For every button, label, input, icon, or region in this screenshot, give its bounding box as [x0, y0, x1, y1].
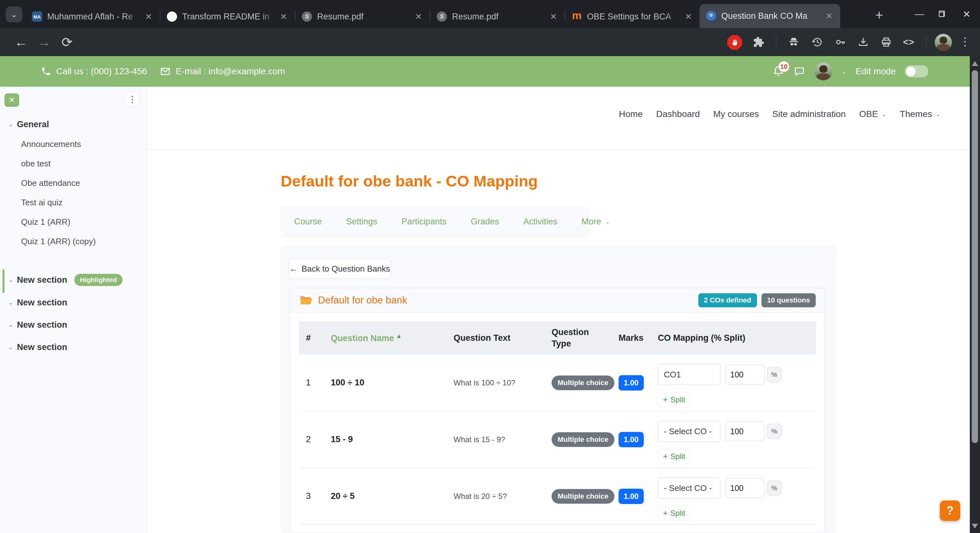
tab-more[interactable]: More [582, 217, 601, 227]
sidebar-section-new-3[interactable]: ⌄ New section [0, 336, 147, 358]
close-icon[interactable]: ✕ [548, 11, 559, 22]
browser-tab[interactable]: Transform README in ✕ [161, 5, 295, 28]
split-button[interactable]: +Split [658, 449, 690, 464]
new-tab-button[interactable]: + [872, 8, 887, 23]
sidebar-item-obe-test[interactable]: obe test [0, 154, 147, 173]
print-icon[interactable] [879, 35, 893, 49]
close-icon[interactable]: ✕ [413, 11, 424, 22]
extensions-puzzle-icon[interactable] [752, 35, 765, 49]
co-select-dropdown[interactable]: - Select CO - [658, 477, 720, 498]
marks-badge: 1.00 [619, 489, 644, 504]
percent-input[interactable] [725, 478, 764, 498]
tab-grades[interactable]: Grades [471, 217, 499, 227]
notifications-bell-icon[interactable]: 10 [772, 65, 784, 78]
user-menu-chevron-icon[interactable]: ⌄ [841, 68, 846, 75]
messages-chat-icon[interactable] [793, 65, 805, 78]
close-icon[interactable]: ✕ [278, 11, 289, 22]
window-close-button[interactable]: ✕ [960, 9, 973, 20]
nav-site-administration[interactable]: Site administration [772, 109, 846, 119]
tab-course[interactable]: Course [294, 217, 322, 227]
bank-title: Default for obe bank [318, 295, 407, 306]
close-icon[interactable]: ✕ [143, 11, 154, 22]
nav-themes-menu[interactable]: Themes [900, 109, 932, 119]
browser-tab-active[interactable]: Question Bank CO Ma ✕ [700, 4, 840, 28]
chevron-down-icon[interactable]: ⌄ [8, 321, 13, 328]
sidebar-item-announcements[interactable]: Announcements [0, 135, 147, 154]
split-button[interactable]: +Split [658, 392, 690, 407]
tab-search-button[interactable]: ⌄ [6, 6, 22, 22]
chevron-down-icon[interactable]: ⌄ [8, 299, 13, 306]
percent-input[interactable] [725, 422, 764, 441]
browser-profile-avatar[interactable] [935, 34, 952, 51]
browser-tab[interactable]: MA Muhammed Aflah - Re ✕ [25, 5, 160, 28]
back-button[interactable]: ← [13, 34, 29, 50]
sort-asc-icon: ▲ [396, 333, 402, 339]
downloads-icon[interactable] [856, 35, 870, 49]
toolbar-divider [776, 36, 776, 48]
close-drawer-button[interactable]: ✕ [5, 94, 19, 107]
browser-window: ⌄ MA Muhammed Aflah - Re ✕ Transform REA… [0, 0, 980, 533]
dev-code-icon[interactable]: <> [902, 35, 916, 49]
edit-mode-toggle[interactable] [905, 65, 928, 78]
close-icon[interactable]: ✕ [824, 11, 835, 21]
chevron-down-icon[interactable]: ⌄ [8, 276, 13, 283]
adblock-extension-icon[interactable] [727, 35, 742, 50]
nav-dashboard[interactable]: Dashboard [656, 109, 700, 119]
row-number: 1 [299, 378, 331, 388]
page-scrollbar[interactable] [970, 56, 980, 533]
drawer-kebab-menu[interactable]: ⋮ [125, 92, 140, 106]
passwords-key-icon[interactable] [833, 35, 847, 49]
close-icon[interactable]: ✕ [683, 11, 694, 22]
window-minimize-button[interactable]: — [913, 9, 926, 19]
tab-strip: ⌄ MA Muhammed Aflah - Re ✕ Transform REA… [0, 0, 980, 28]
pdf-viewer-icon: S [302, 11, 312, 22]
browser-tab[interactable]: m OBE Settings for BCA ✕ [565, 5, 700, 28]
sidebar-item-quiz1[interactable]: Quiz 1 (ARR) [0, 212, 147, 232]
split-button[interactable]: +Split [658, 506, 690, 520]
tab-participants[interactable]: Participants [402, 217, 447, 227]
help-button[interactable]: ? [940, 500, 960, 521]
percent-input[interactable] [725, 365, 764, 384]
back-to-question-banks-button[interactable]: ← Back to Question Banks [288, 259, 391, 279]
incognito-extension-icon[interactable] [787, 35, 801, 49]
browser-menu-kebab-icon[interactable]: ⋮ [959, 35, 970, 48]
question-type-badge: Multiple choice [552, 489, 614, 504]
sidebar-section-new-highlighted[interactable]: ⌄ New section Highlighted [0, 268, 147, 291]
moodle-icon: m [572, 11, 582, 22]
plus-icon: + [663, 451, 668, 461]
scroll-up-arrow-icon[interactable] [972, 61, 978, 66]
nav-obe-menu[interactable]: OBE [859, 109, 878, 119]
percent-suffix: % [767, 367, 781, 382]
phone-icon [41, 66, 51, 76]
site-favicon: MA [32, 11, 42, 22]
tab-activities[interactable]: Activities [523, 217, 557, 227]
scrollbar-thumb[interactable] [972, 70, 978, 443]
chevron-down-icon[interactable]: ⌄ [8, 121, 13, 128]
sidebar-item-test-ai-quiz[interactable]: Test ai quiz [0, 193, 147, 212]
sidebar-section-new-2[interactable]: ⌄ New section [0, 314, 147, 336]
browser-tab[interactable]: S Resume.pdf ✕ [295, 5, 430, 28]
browser-tab[interactable]: S Resume.pdf ✕ [430, 5, 565, 28]
sidebar-section-general[interactable]: ⌄ General [0, 114, 147, 135]
history-icon[interactable] [810, 35, 824, 49]
col-question-name[interactable]: Question Name▲ [331, 333, 453, 343]
reload-button[interactable]: ⟳ [59, 34, 75, 50]
tab-settings[interactable]: Settings [346, 217, 377, 227]
sidebar-item-quiz1-copy[interactable]: Quiz 1 (ARR) (copy) [0, 232, 147, 251]
user-avatar[interactable] [815, 62, 832, 80]
sidebar-section-new-1[interactable]: ⌄ New section [0, 291, 147, 314]
co-select-dropdown[interactable]: - Select CO - [658, 421, 720, 442]
tab-title: OBE Settings for BCA [587, 12, 680, 22]
course-nav-tabs: Course Settings Participants Grades Acti… [281, 206, 589, 237]
question-name: 100 ÷ 10 [331, 378, 453, 388]
chevron-down-icon[interactable]: ⌄ [8, 344, 13, 351]
chevron-down-icon: ⌄ [882, 111, 886, 117]
window-restore-button[interactable] [937, 10, 950, 19]
scroll-down-arrow-icon[interactable] [972, 524, 978, 528]
sidebar-item-obe-attendance[interactable]: Obe attendance [0, 173, 147, 193]
co-select-dropdown[interactable]: CO1 [658, 364, 720, 385]
panel-header: Default for obe bank 2 COs defined 10 qu… [290, 288, 825, 313]
nav-home[interactable]: Home [619, 109, 643, 119]
forward-button[interactable]: → [36, 34, 52, 50]
nav-my-courses[interactable]: My courses [713, 109, 759, 119]
